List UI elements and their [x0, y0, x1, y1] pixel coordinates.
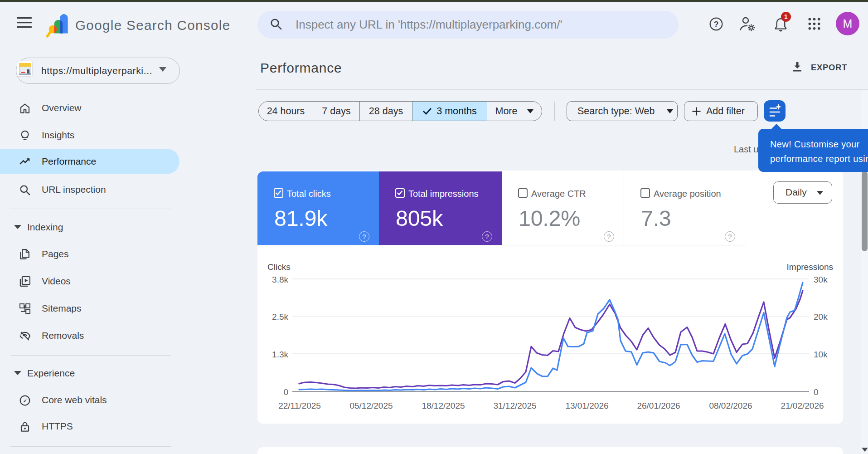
- svg-text:08/02/2026: 08/02/2026: [709, 401, 752, 410]
- svg-text:Clicks: Clicks: [267, 262, 291, 272]
- svg-text:26/01/2026: 26/01/2026: [637, 401, 680, 410]
- svg-text:22/11/2025: 22/11/2025: [278, 401, 321, 410]
- svg-text:?: ?: [714, 20, 719, 29]
- svg-text:20k: 20k: [814, 312, 828, 322]
- svg-text:31/12/2025: 31/12/2025: [493, 401, 536, 410]
- svg-text:0: 0: [283, 387, 288, 397]
- svg-text:21/02/2026: 21/02/2026: [781, 401, 824, 410]
- svg-text:13/01/2026: 13/01/2026: [565, 401, 608, 410]
- svg-text:2.5k: 2.5k: [272, 312, 288, 322]
- svg-text:05/12/2025: 05/12/2025: [349, 401, 393, 410]
- svg-text:30k: 30k: [814, 275, 828, 284]
- svg-text:1.3k: 1.3k: [272, 350, 288, 359]
- svg-text:3.8k: 3.8k: [272, 275, 288, 284]
- svg-text:18/12/2025: 18/12/2025: [422, 401, 465, 410]
- svg-text:Impressions: Impressions: [787, 262, 833, 272]
- svg-text:0: 0: [814, 387, 819, 397]
- svg-text:10k: 10k: [814, 350, 828, 359]
